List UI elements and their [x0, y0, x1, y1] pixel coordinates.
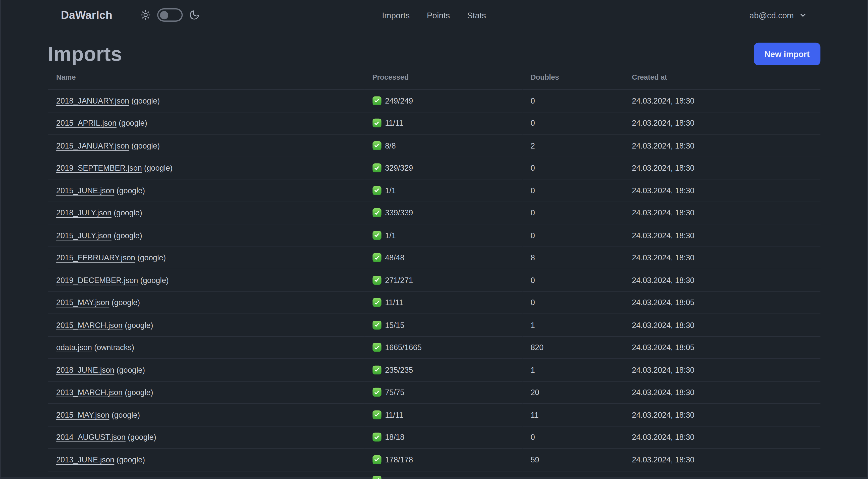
created-at: 24.03.2024, 18:30	[624, 246, 820, 269]
sun-icon	[140, 9, 151, 20]
import-file-link[interactable]: 2013_JUNE.json	[56, 455, 115, 464]
import-file-link[interactable]: 2019_SEPTEMBER.json	[56, 163, 142, 172]
table-row: 2015_MAY.json(google) 11/11 11 24.03.202…	[48, 403, 820, 426]
check-mark-icon	[372, 163, 381, 172]
import-source-label: (google)	[140, 276, 168, 285]
app-window: DaWarIch	[0, 0, 868, 479]
theme-switch-knob	[160, 11, 168, 19]
table-row: 2018_JULY.json(google) 339/339 0 24.03.2…	[48, 202, 820, 224]
import-source-label: (google)	[131, 141, 160, 150]
import-file-link[interactable]: 2018_JULY.json	[56, 208, 112, 217]
navbar: DaWarIch	[0, 0, 868, 30]
import-file-link[interactable]: 2015_FEBRUARY.json	[56, 253, 135, 262]
import-file-link[interactable]: 2015_MARCH.json	[56, 321, 123, 329]
processed-count: 1/1	[385, 186, 396, 195]
table-row: 2015_APRIL.json(google) 11/11 0 24.03.20…	[48, 112, 820, 134]
processed-count: 339/339	[385, 208, 413, 217]
doubles-count: 0	[522, 179, 624, 202]
check-mark-icon	[372, 455, 381, 464]
doubles-count: 59	[522, 448, 624, 471]
table-row: odata.json(owntracks) 1665/1665 820 24.0…	[48, 336, 820, 359]
import-source-label: (google)	[137, 253, 166, 262]
nav-link-stats[interactable]: Stats	[467, 10, 486, 20]
doubles-count: 0	[522, 202, 624, 224]
import-source-label: (google)	[117, 365, 145, 374]
table-row: 2015_JUNE.json(google) 1/1 0 24.03.2024,…	[48, 179, 820, 202]
brand-logo[interactable]: DaWarIch	[61, 8, 112, 21]
theme-toggle[interactable]	[140, 8, 200, 22]
check-mark-icon	[372, 321, 381, 329]
user-email: ab@cd.com	[749, 10, 794, 20]
import-source-label: (google)	[125, 321, 153, 329]
processed-count: 75/75	[385, 388, 404, 396]
check-mark-icon	[372, 476, 381, 479]
created-at: 24.03.2024, 18:05	[624, 291, 820, 313]
import-file-link[interactable]: 2014_AUGUST.json	[56, 433, 126, 442]
table-row-partial	[48, 471, 820, 479]
processed-count: 329/329	[385, 163, 413, 172]
user-menu[interactable]: ab@cd.com	[749, 0, 807, 30]
column-header-processed: Processed	[364, 65, 522, 89]
new-import-button[interactable]: New import	[754, 43, 820, 65]
import-file-link[interactable]: 2015_JANUARY.json	[56, 141, 129, 150]
created-at: 24.03.2024, 18:30	[624, 359, 820, 381]
check-mark-icon	[372, 343, 381, 352]
imports-table-body: 2018_JANUARY.json(google) 249/249 0 24.0…	[48, 89, 820, 471]
nav-link-points[interactable]: Points	[427, 10, 450, 20]
import-source-label: (owntracks)	[94, 343, 134, 352]
doubles-count: 0	[522, 291, 624, 313]
import-file-link[interactable]: 2018_JUNE.json	[56, 365, 115, 374]
doubles-count: 0	[522, 269, 624, 291]
check-mark-icon	[372, 186, 381, 195]
import-file-link[interactable]: 2015_APRIL.json	[56, 119, 117, 127]
column-header-doubles: Doubles	[522, 65, 624, 89]
import-file-link[interactable]: 2015_JUNE.json	[56, 186, 115, 195]
check-mark-icon	[372, 141, 381, 150]
import-source-label: (google)	[112, 298, 140, 307]
table-row: 2015_JULY.json(google) 1/1 0 24.03.2024,…	[48, 224, 820, 246]
import-source-label: (google)	[119, 119, 147, 127]
check-mark-icon	[372, 231, 381, 240]
nav-link-imports[interactable]: Imports	[382, 10, 410, 20]
import-source-label: (google)	[117, 186, 145, 195]
table-row: 2013_MARCH.json(google) 75/75 20 24.03.2…	[48, 381, 820, 403]
created-at: 24.03.2024, 18:30	[624, 179, 820, 202]
doubles-count: 0	[522, 89, 624, 112]
import-source-label: (google)	[114, 208, 142, 217]
import-source-label: (google)	[144, 163, 173, 172]
check-mark-icon	[372, 276, 381, 285]
created-at: 24.03.2024, 18:30	[624, 269, 820, 291]
import-file-link[interactable]: 2019_DECEMBER.json	[56, 276, 138, 285]
processed-count: 11/11	[385, 410, 403, 419]
created-at: 24.03.2024, 18:30	[624, 448, 820, 471]
created-at: 24.03.2024, 18:30	[624, 134, 820, 156]
import-file-link[interactable]: 2015_MAY.json	[56, 298, 110, 307]
table-row: 2019_DECEMBER.json(google) 271/271 0 24.…	[48, 269, 820, 291]
doubles-count: 8	[522, 246, 624, 269]
import-file-link[interactable]: 2015_MAY.json	[56, 410, 110, 419]
import-source-label: (google)	[128, 433, 156, 442]
import-source-label: (google)	[114, 231, 142, 240]
created-at: 24.03.2024, 18:30	[624, 89, 820, 112]
doubles-count: 2	[522, 134, 624, 156]
page-header: Imports New import	[48, 43, 820, 65]
doubles-count: 0	[522, 426, 624, 448]
created-at: 24.03.2024, 18:30	[624, 112, 820, 134]
created-at: 24.03.2024, 18:30	[624, 314, 820, 336]
import-file-link[interactable]: 2015_JULY.json	[56, 231, 112, 240]
import-source-label: (google)	[125, 388, 153, 396]
table-row: 2018_JUNE.json(google) 235/235 1 24.03.2…	[48, 359, 820, 381]
processed-count: 48/48	[385, 253, 404, 262]
import-source-label: (google)	[131, 96, 160, 105]
import-file-link[interactable]: 2013_MARCH.json	[56, 388, 123, 396]
theme-switch[interactable]	[157, 8, 183, 22]
main-nav: Imports Points Stats	[382, 0, 486, 30]
import-file-link[interactable]: odata.json	[56, 343, 92, 352]
processed-count: 15/15	[385, 321, 404, 329]
processed-count: 271/271	[385, 276, 413, 285]
table-row: 2013_JUNE.json(google) 178/178 59 24.03.…	[48, 448, 820, 471]
import-source-label: (google)	[117, 455, 145, 464]
import-file-link[interactable]: 2018_JANUARY.json	[56, 96, 129, 105]
created-at: 24.03.2024, 18:30	[624, 202, 820, 224]
processed-count: 249/249	[385, 96, 413, 105]
